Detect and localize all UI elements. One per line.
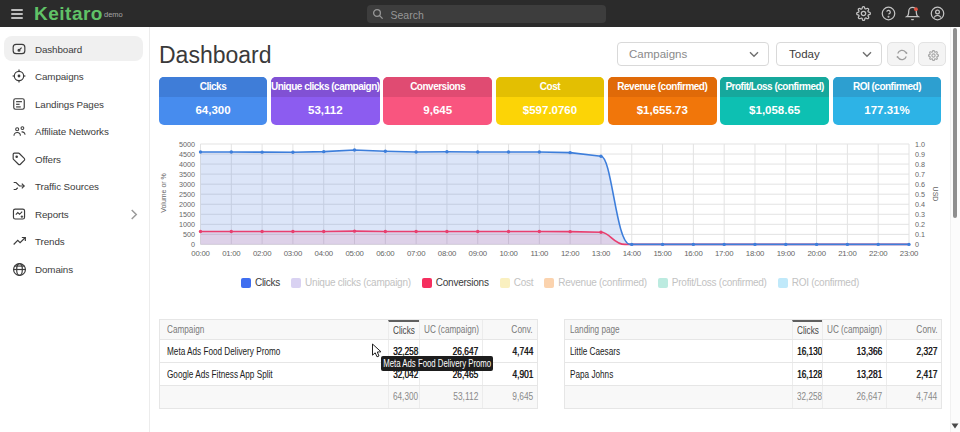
svg-text:05:00: 05:00	[345, 249, 364, 258]
svg-text:0.3: 0.3	[915, 210, 925, 219]
svg-text:03:00: 03:00	[284, 249, 303, 258]
svg-text:04:00: 04:00	[315, 249, 334, 258]
svg-text:21:00: 21:00	[838, 249, 857, 258]
svg-text:Volume or %: Volume or %	[160, 173, 167, 213]
svg-text:18:00: 18:00	[746, 249, 765, 258]
svg-text:01:00: 01:00	[222, 249, 241, 258]
svg-text:3500: 3500	[179, 170, 195, 179]
svg-text:0.5: 0.5	[915, 190, 925, 199]
svg-text:23:00: 23:00	[900, 249, 919, 258]
svg-text:12:00: 12:00	[561, 249, 580, 258]
svg-text:0.9: 0.9	[915, 150, 925, 159]
svg-text:1500: 1500	[179, 210, 195, 219]
svg-text:0.1: 0.1	[915, 230, 925, 239]
svg-text:5000: 5000	[179, 140, 195, 149]
svg-text:0.6: 0.6	[915, 180, 925, 189]
svg-text:500: 500	[183, 230, 195, 239]
svg-text:13:00: 13:00	[592, 249, 611, 258]
svg-text:16:00: 16:00	[684, 249, 703, 258]
svg-text:09:00: 09:00	[469, 249, 488, 258]
svg-text:19:00: 19:00	[777, 249, 796, 258]
svg-text:USD: USD	[932, 187, 939, 202]
svg-text:08:00: 08:00	[438, 249, 457, 258]
svg-text:0.7: 0.7	[915, 170, 925, 179]
svg-text:1.0: 1.0	[915, 140, 925, 149]
svg-text:11:00: 11:00	[531, 249, 550, 258]
svg-text:2500: 2500	[179, 190, 195, 199]
svg-text:06:00: 06:00	[376, 249, 395, 258]
svg-text:0.8: 0.8	[915, 160, 925, 169]
svg-text:4000: 4000	[179, 160, 195, 169]
svg-text:17:00: 17:00	[715, 249, 734, 258]
svg-text:15:00: 15:00	[653, 249, 672, 258]
svg-text:20:00: 20:00	[807, 249, 826, 258]
svg-text:1000: 1000	[179, 220, 195, 229]
svg-text:2000: 2000	[179, 200, 195, 209]
svg-text:02:00: 02:00	[253, 249, 272, 258]
svg-text:07:00: 07:00	[407, 249, 426, 258]
svg-text:3000: 3000	[179, 180, 195, 189]
svg-text:10:00: 10:00	[499, 249, 518, 258]
svg-text:0.2: 0.2	[915, 220, 925, 229]
svg-text:4500: 4500	[179, 150, 195, 159]
svg-text:0.4: 0.4	[915, 200, 925, 209]
svg-text:00:00: 00:00	[191, 249, 210, 258]
svg-text:14:00: 14:00	[623, 249, 642, 258]
svg-text:22:00: 22:00	[869, 249, 888, 258]
